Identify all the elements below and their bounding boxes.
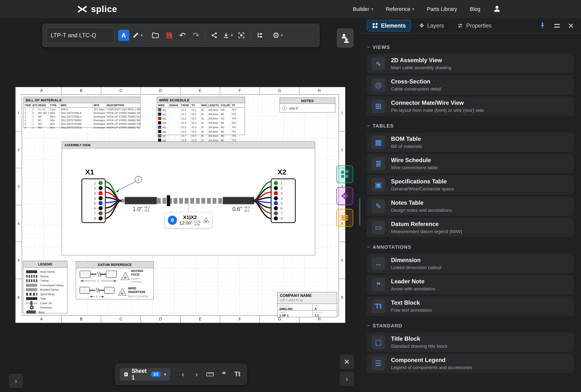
element-card[interactable]: ✎ Notes Table Design notes and annotatio… xyxy=(367,196,574,216)
section-annotations[interactable]: › ANNOTATIONS xyxy=(368,244,574,250)
pin-row: 3 xyxy=(274,191,293,195)
component-legend-box[interactable]: LEGEND Heat Shrink Sleeve Tubing xyxy=(23,261,67,313)
tab-properties[interactable]: Properties xyxy=(452,20,496,31)
tab-elements[interactable]: Elements xyxy=(367,20,411,31)
tab-layers[interactable]: ❖ Layers xyxy=(414,20,449,31)
element-card[interactable]: ❝ Leader Note Arrow with annotation xyxy=(367,275,574,295)
element-card[interactable]: ≣ Wire Schedule Wire connections table xyxy=(367,154,574,173)
wire-schedule-row: W7 X1.7X2.7 26304.8mmBNTP3 xyxy=(157,134,245,138)
properties-quick-button[interactable] xyxy=(336,209,353,227)
legend-label: Convoluted Tubing xyxy=(40,284,64,287)
sheet-column-labels-top: ABCDEFGH xyxy=(22,87,339,95)
collaborators-button[interactable] xyxy=(337,28,354,47)
heat-shrink-right xyxy=(223,197,254,204)
wire-color-swatch xyxy=(158,108,161,111)
wire-schedule-table[interactable]: WIRE SCHEDULE WIRESIGNALFROM TOAWGLENGTH… xyxy=(157,97,245,135)
legend-item: Grommet xyxy=(23,305,67,310)
legend-label: Braided Sleeve xyxy=(40,288,59,291)
element-card[interactable]: ▭ Datum Reference Measurement datum lege… xyxy=(367,218,574,237)
download-button[interactable]: ▾ xyxy=(222,28,233,42)
fit-view-button[interactable] xyxy=(236,28,247,42)
share-icon xyxy=(211,32,218,39)
element-card[interactable]: ▣ Specifications Table General/Wire/Conn… xyxy=(367,175,574,195)
notes-box[interactable]: NOTES 1 strip 5" xyxy=(280,97,335,112)
sheet-navigation-bar: Sheet 1 1/1 ▾ ‹ › ❝ Tt xyxy=(115,364,247,385)
leader-note-icon: ❝ xyxy=(376,281,380,288)
grid-row-label: 6 xyxy=(16,279,22,316)
nav-parts-library[interactable]: Parts Library xyxy=(427,6,457,12)
element-card[interactable]: ↔ Dimension Linked dimension callout xyxy=(367,254,574,273)
expand-left-button[interactable]: › xyxy=(9,374,23,388)
card-subtitle: Wire connections table xyxy=(391,165,438,170)
layers-icon: ❖ xyxy=(419,22,424,29)
pin-number: 2 xyxy=(280,186,282,190)
elements-quick-button[interactable] xyxy=(336,165,353,183)
bom-table[interactable]: BILL OF MATERIALS ITEMQTYDESIG TYPEMPNMF… xyxy=(24,97,140,128)
nav-builder[interactable]: Builder▾ xyxy=(353,6,373,12)
share-button[interactable] xyxy=(209,28,220,42)
pin-row: 4 xyxy=(84,196,103,200)
prev-sheet-button[interactable]: ‹ xyxy=(178,369,188,380)
redo-button[interactable]: ↷ xyxy=(190,28,202,42)
grid-row-label: 3 xyxy=(16,168,22,205)
draw-tool-button[interactable]: ▾ xyxy=(132,28,143,42)
grid-col-label: E xyxy=(180,316,220,323)
title-block[interactable]: COMPANY NAME LTP-T and LTC-Q DWG NO.DWG-… xyxy=(277,292,337,317)
element-card[interactable]: ◎ Cross-Section Cable construction detai… xyxy=(367,75,574,95)
element-card[interactable]: Tt Text Block Free text annotation xyxy=(367,296,574,316)
wire-color-swatch xyxy=(158,121,161,124)
card-subtitle: Main cable assembly drawing xyxy=(391,65,451,70)
legend-label: Cable Tie xyxy=(40,302,52,305)
add-dimension-button[interactable] xyxy=(205,369,215,380)
legend-item: Convoluted Tubing xyxy=(23,283,67,288)
chevron-down-icon: ▾ xyxy=(231,33,233,37)
legend-swatch xyxy=(26,302,37,305)
toolbar-divider xyxy=(205,28,205,42)
auto-layout-button[interactable] xyxy=(254,28,265,42)
legend-swatch xyxy=(26,288,37,291)
legend-item: Spiral Wrap xyxy=(23,292,67,297)
panel-menu-button[interactable] xyxy=(554,24,560,27)
nav-blog[interactable]: Blog xyxy=(470,6,480,12)
section-standard[interactable]: › STANDARD xyxy=(368,323,574,329)
pin-color-dot xyxy=(98,211,103,215)
company-name: COMPANY NAME xyxy=(280,294,334,298)
connector-x2[interactable]: 1 2 3 4 5 6 xyxy=(271,178,296,223)
dimension-right[interactable]: 0.6" +0.1-0.1 xyxy=(232,206,250,212)
chevron-down-icon: ▾ xyxy=(412,7,414,11)
assembly-view-title: ASSEMBLY VIEW xyxy=(62,142,315,148)
splice-logo[interactable]: splice xyxy=(77,4,117,14)
next-sheet-button[interactable]: › xyxy=(192,369,202,380)
section-views[interactable]: › VIEWS xyxy=(368,44,574,50)
sheet-row-labels-right: 123456 xyxy=(339,94,345,316)
length-callout[interactable]: 8 X1|X2 12.00" +1.00-0.00 W xyxy=(164,212,212,228)
filename-input[interactable] xyxy=(46,28,114,43)
pin-panel-button[interactable] xyxy=(539,22,546,29)
settings-button[interactable]: ⚙ ▾ xyxy=(272,28,283,42)
element-card[interactable]: ▢ Title Block Standard drawing title blo… xyxy=(367,333,574,352)
dimension-left[interactable]: 1.0" +0.1-0.1 xyxy=(133,206,150,212)
layers-quick-button[interactable]: ❖ xyxy=(336,187,353,205)
element-card[interactable]: ∿ 2D Assembly View Main cable assembly d… xyxy=(367,54,574,73)
add-leader-note-button[interactable]: ❝ xyxy=(219,369,229,380)
close-canvas-button[interactable]: × xyxy=(340,355,354,369)
cross-section-icon: ◎ xyxy=(375,81,382,88)
gear-icon: ⚙ xyxy=(272,31,280,39)
connector-x1[interactable]: 1 2 3 4 5 6 xyxy=(81,178,106,223)
undo-button[interactable]: ↶ xyxy=(177,28,188,42)
element-card[interactable]: ⊞ Connector Mate/Wire View Pin layout fr… xyxy=(367,96,574,116)
save-button[interactable] xyxy=(164,28,174,42)
element-card[interactable]: ☰ Component Legend Legend of components … xyxy=(367,354,574,373)
annotate-mode-button[interactable]: A xyxy=(118,30,129,41)
section-tables[interactable]: › TABLES xyxy=(368,123,574,129)
datum-reference-box[interactable]: DATUM REFERENCE L M MATING FACE Front of… xyxy=(76,261,154,299)
sheet-selector[interactable]: Sheet 1 1/1 ▾ xyxy=(120,368,170,381)
open-file-button[interactable] xyxy=(150,28,161,42)
title-block-icon: ▢ xyxy=(375,339,382,346)
scrollbar-handle[interactable] xyxy=(359,198,360,226)
nav-reference[interactable]: Reference▾ xyxy=(386,6,414,12)
expand-right-button[interactable]: › xyxy=(340,372,354,386)
element-card[interactable]: ▦ BOM Table Bill of materials xyxy=(367,133,574,152)
add-text-button[interactable]: Tt xyxy=(233,369,242,380)
account-icon[interactable] xyxy=(493,4,501,14)
